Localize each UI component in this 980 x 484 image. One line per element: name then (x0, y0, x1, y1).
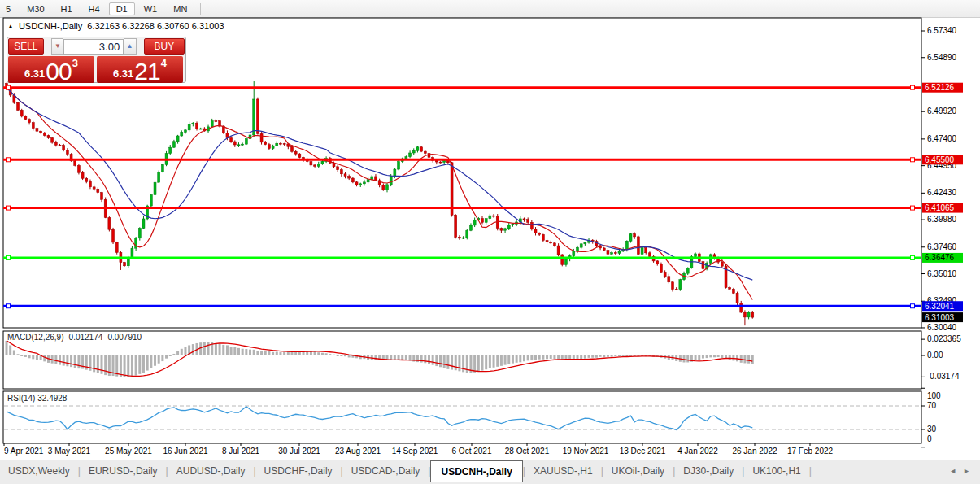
bid-price-tile[interactable]: 6.31 00 3 (8, 56, 94, 83)
svg-text:6 Oct 2021: 6 Oct 2021 (452, 447, 492, 456)
volume-increase-button[interactable]: ▲ (124, 38, 137, 55)
chart-tab-ukoil-[interactable]: UKOil-,Daily (603, 462, 673, 479)
svg-text:-0.03174: -0.03174 (927, 372, 960, 381)
line-handle[interactable] (911, 206, 915, 210)
svg-text:16 Jun 2021: 16 Jun 2021 (163, 447, 207, 456)
price-badge-6.32041: 6.32041 (922, 301, 963, 311)
ask-price-main: 21 (134, 61, 159, 82)
ask-price-tile[interactable]: 6.31 21 4 (97, 56, 183, 83)
svg-text:8 Jul 2021: 8 Jul 2021 (222, 447, 260, 456)
chart-tab-uk100-[interactable]: UK100-,H1 (744, 462, 808, 479)
volume-input[interactable] (63, 39, 124, 55)
rsi-indicator-label: RSI(14) 32.4928 (7, 394, 67, 403)
svg-text:23 Aug 2021: 23 Aug 2021 (335, 447, 381, 456)
trading-platform-window: 5M30H1H4D1W1MN 6.573406.548906.499206.47… (0, 0, 980, 484)
svg-text:25 May 2021: 25 May 2021 (105, 447, 152, 456)
svg-text:6.45500: 6.45500 (925, 155, 955, 164)
chart-tab-eurusd-[interactable]: EURUSD-,Daily (81, 462, 166, 479)
svg-text:4 Jan 2022: 4 Jan 2022 (677, 447, 718, 456)
rsi-pane-frame (3, 391, 921, 443)
buy-button[interactable]: BUY (144, 38, 185, 55)
svg-text:28 Oct 2021: 28 Oct 2021 (505, 447, 550, 456)
price-badge-6.36476: 6.36476 (922, 253, 963, 263)
volume-decrease-button[interactable]: ▼ (51, 38, 64, 55)
svg-text:0.00: 0.00 (927, 351, 943, 360)
one-click-trade-panel: SELL ▼ ▲ BUY 6.31 00 3 6.31 21 4 (7, 37, 186, 83)
svg-text:6.57340: 6.57340 (927, 26, 957, 35)
chart-tab-audusd-[interactable]: AUDUSD-,Daily (168, 462, 254, 479)
svg-text:6.31003: 6.31003 (925, 313, 955, 322)
line-handle[interactable] (911, 158, 915, 162)
svg-text:6.49920: 6.49920 (927, 107, 957, 116)
symbol-name: USDCNH-,Daily (19, 21, 82, 31)
price-badge-6.52126: 6.52126 (922, 83, 963, 93)
bid-price-prefix: 6.31 (24, 68, 45, 80)
line-handle[interactable] (911, 85, 915, 89)
svg-text:70: 70 (927, 401, 937, 410)
svg-text:30: 30 (927, 425, 937, 434)
line-handle[interactable] (7, 85, 11, 89)
ask-price-prefix: 6.31 (113, 68, 133, 80)
ask-price-pip: 4 (161, 57, 167, 69)
chart-tab-usdcnh-[interactable]: USDCNH-,Daily (430, 460, 522, 482)
svg-text:0: 0 (927, 434, 932, 443)
expand-triangle-icon[interactable]: ▲ (7, 23, 14, 30)
svg-text:6.35010: 6.35010 (927, 269, 957, 278)
line-handle[interactable] (7, 304, 11, 308)
chart-tab-usdcad-[interactable]: USDCAD-,Daily (343, 462, 429, 479)
price-badge-6.41065: 6.41065 (922, 203, 963, 213)
ohlc-values: 6.32163 6.32268 6.30760 6.31003 (87, 21, 224, 31)
svg-text:17 Feb 2022: 17 Feb 2022 (787, 447, 834, 456)
macd-indicator-label: MACD(12,26,9) -0.012174 -0.007910 (7, 333, 142, 342)
svg-text:30 Jul 2021: 30 Jul 2021 (278, 447, 320, 456)
svg-text:6.41065: 6.41065 (925, 203, 955, 212)
line-handle[interactable] (7, 206, 11, 210)
line-handle[interactable] (911, 304, 915, 308)
tab-scroll-right-icon: ► (963, 467, 977, 475)
line-handle[interactable] (911, 255, 915, 259)
svg-text:14 Sep 2021: 14 Sep 2021 (392, 447, 438, 456)
svg-text:19 Nov 2021: 19 Nov 2021 (563, 447, 609, 456)
svg-text:26 Jan 2022: 26 Jan 2022 (732, 447, 777, 456)
date-axis: 9 Apr 20213 May 202125 May 202116 Jun 20… (4, 443, 834, 456)
svg-text:6.37460: 6.37460 (927, 242, 957, 251)
chart-tab-xauusd-[interactable]: XAUUSD-,H1 (525, 462, 601, 479)
line-handle[interactable] (7, 255, 11, 259)
svg-text:6.39980: 6.39980 (927, 215, 957, 224)
chart-tab-usdchf-[interactable]: USDCHF-,Daily (256, 462, 341, 479)
chart-title: ▲USDCNH-,Daily 6.32163 6.32268 6.30760 6… (7, 21, 224, 31)
svg-text:6.54890: 6.54890 (927, 53, 957, 62)
svg-text:100: 100 (927, 391, 941, 400)
svg-text:13 Dec 2021: 13 Dec 2021 (620, 447, 666, 456)
line-handle[interactable] (7, 158, 11, 162)
tab-scroll-arrows[interactable]: ◄► (949, 467, 977, 475)
bid-price-main: 00 (46, 61, 71, 82)
sell-button[interactable]: SELL (8, 38, 44, 55)
svg-text:6.30040: 6.30040 (927, 323, 957, 332)
svg-text:6.47400: 6.47400 (927, 134, 957, 143)
tab-scroll-left-icon: ◄ (949, 467, 963, 475)
chart-tab-usdx[interactable]: USDX,Weekly (0, 462, 78, 479)
price-badge-6.45500: 6.45500 (922, 155, 963, 164)
svg-text:6.52126: 6.52126 (925, 83, 955, 92)
price-badge-6.31003: 6.31003 (922, 312, 963, 322)
chart-tab-bar: USDX,Weekly|EURUSD-,Daily|AUDUSD-,Daily|… (0, 460, 980, 484)
svg-text:6.32041: 6.32041 (925, 302, 955, 311)
chart-tab-dj30-[interactable]: DJ30-,Daily (675, 462, 742, 479)
tab-separator: | (809, 465, 812, 477)
svg-text:9 Apr 2021: 9 Apr 2021 (4, 447, 44, 456)
bid-price-pip: 3 (72, 57, 78, 69)
svg-text:3 May 2021: 3 May 2021 (48, 447, 91, 456)
svg-text:6.36476: 6.36476 (925, 253, 955, 262)
svg-text:0.023365: 0.023365 (927, 334, 961, 343)
svg-text:6.42430: 6.42430 (927, 188, 957, 197)
